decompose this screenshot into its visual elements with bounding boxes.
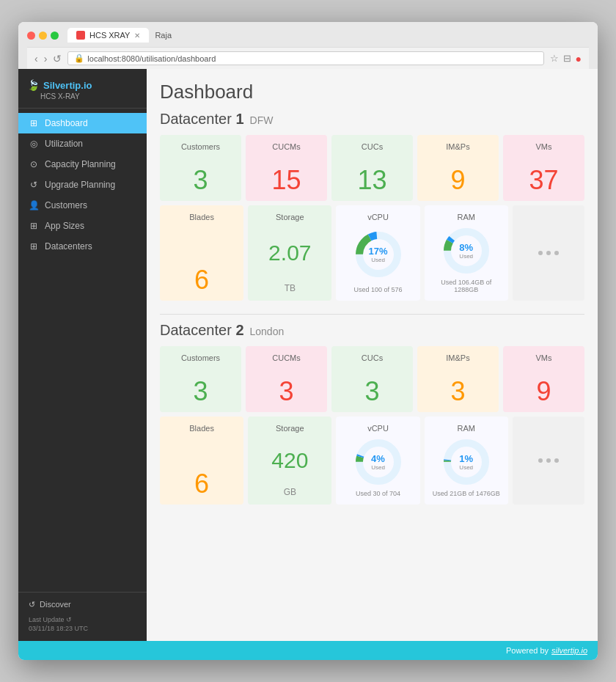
dc1-storage-unit: TB — [285, 283, 296, 293]
dc1-blades-card: Blades 6 — [160, 205, 243, 301]
dc1-ram-donut-text: 8% Used — [459, 242, 473, 260]
nav-icons: ☆ ⊟ ● — [550, 53, 582, 65]
close-button[interactable] — [27, 32, 35, 40]
dc1-imps-label: IM&Ps — [446, 142, 469, 151]
browser-tab[interactable]: HCS XRAY ✕ — [67, 28, 149, 43]
dc2-blades-card: Blades 6 — [160, 417, 243, 505]
dc1-vms-value: 37 — [529, 167, 558, 194]
menu-icon[interactable]: ⊟ — [563, 53, 571, 65]
dc2-ram-card: RAM 1% Used Used 21 — [425, 417, 508, 505]
app-layout: 🍃 Silvertip.io HCS X-RAY ⊞ Dashboard ◎ U… — [18, 69, 598, 641]
dc2-ram-used: Used — [459, 464, 473, 471]
sidebar-item-datacenters[interactable]: ⊞ Datacenters — [18, 236, 147, 257]
sidebar-item-appsizes[interactable]: ⊞ App Sizes — [18, 216, 147, 236]
dc2-ram-donut: 1% Used — [443, 439, 490, 485]
sidebar-item-upgrade[interactable]: ↺ Upgrade Planning — [18, 175, 147, 195]
logo-icon: 🍃 — [27, 79, 40, 91]
address-bar[interactable]: 🔒 localhost:8080/utilisation/dashboard — [67, 51, 543, 65]
dc2-cucs-card: CUCs 3 — [331, 346, 413, 412]
dc2-number: 2 — [235, 322, 243, 338]
sidebar-item-customers[interactable]: 👤 Customers — [18, 195, 147, 216]
discover-button[interactable]: ↺ Discover — [29, 600, 136, 609]
last-update: Last Update ↺ 03/11/18 18:23 UTC — [29, 615, 136, 634]
dc1-title: Datacenter 1 — [160, 111, 244, 128]
datacenter-1-section: Datacenter 1 DFW Customers 3 CUCMs 15 — [160, 111, 584, 301]
dc2-blades-label: Blades — [189, 424, 214, 433]
address-text: localhost:8080/utilisation/dashboard — [87, 54, 216, 63]
tab-favicon — [76, 31, 85, 40]
dc2-vms-label: VMs — [536, 353, 552, 362]
back-button[interactable]: ‹ — [34, 53, 38, 65]
dc2-row2: Blades 6 Storage 420 GB vCPU — [160, 417, 584, 505]
sidebar-item-utilization[interactable]: ◎ Utilization — [18, 133, 147, 154]
sidebar-label-capacity: Capacity Planning — [45, 159, 116, 169]
dc2-ram-label: RAM — [457, 424, 474, 433]
dc1-vcpu-pct: 17% — [368, 246, 387, 257]
dc1-cucs-card: CUCs 13 — [331, 135, 413, 201]
sidebar-item-dashboard[interactable]: ⊞ Dashboard — [18, 113, 147, 133]
sidebar-label-appsizes: App Sizes — [45, 221, 84, 231]
dc2-row1: Customers 3 CUCMs 3 CUCs 3 IM&Ps 3 — [160, 346, 584, 412]
dc2-ram-detail: Used 21GB of 1476GB — [433, 490, 500, 497]
dc1-vcpu-donut-text: 17% Used — [368, 246, 387, 263]
dc1-row2: Blades 6 Storage 2.07 TB vCPU — [160, 205, 584, 301]
sidebar: 🍃 Silvertip.io HCS X-RAY ⊞ Dashboard ◎ U… — [18, 69, 147, 641]
dc1-number: 1 — [235, 111, 243, 127]
dc1-cucms-value: 15 — [271, 167, 301, 194]
footer-link[interactable]: silvertip.io — [551, 646, 587, 655]
dc1-customers-value: 3 — [193, 167, 208, 194]
discover-label: Discover — [40, 600, 71, 609]
circle-icon[interactable]: ● — [576, 53, 582, 65]
sidebar-item-capacity[interactable]: ⊙ Capacity Planning — [18, 154, 147, 175]
dc2-storage-unit: GB — [284, 487, 296, 497]
dc1-vcpu-detail: Used 100 of 576 — [353, 286, 402, 293]
customers-icon: 👤 — [29, 200, 39, 210]
dc1-ram-label: RAM — [457, 213, 474, 221]
user-label: Raja — [155, 31, 172, 40]
browser-top: HCS XRAY ✕ Raja — [27, 28, 589, 43]
dc2-vcpu-detail: Used 30 of 704 — [356, 490, 400, 497]
dot-5 — [546, 458, 551, 463]
logo-name: Silvertip.io — [43, 80, 92, 91]
tab-bar: HCS XRAY ✕ — [67, 28, 149, 43]
dc1-blades-label: Blades — [189, 213, 214, 221]
dc1-label: Datacenter — [160, 111, 235, 127]
tab-close-button[interactable]: ✕ — [134, 32, 140, 40]
maximize-button[interactable] — [51, 32, 59, 40]
dc1-ram-used: Used — [459, 253, 473, 260]
dc1-cucms-card: CUCMs 15 — [246, 135, 327, 201]
dc1-ram-card: RAM 8% Used Used 10 — [425, 205, 508, 301]
dc2-cucs-label: CUCs — [362, 353, 383, 362]
datacenters-icon: ⊞ — [29, 241, 39, 252]
dc1-vcpu-donut: 17% Used — [355, 231, 402, 278]
dc2-header: Datacenter 2 London — [160, 322, 584, 339]
dot-2 — [546, 251, 551, 255]
dc2-storage-label: Storage — [276, 424, 304, 433]
dc1-vcpu-card: vCPU 17% Used Used — [336, 205, 419, 301]
minimize-button[interactable] — [39, 32, 47, 40]
dc2-vcpu-pct: 4% — [371, 453, 385, 464]
dc2-blades-value: 6 — [194, 471, 209, 497]
dc2-cucms-card: CUCMs 3 — [246, 346, 327, 412]
refresh-button[interactable]: ↺ — [53, 53, 62, 65]
lock-icon: 🔒 — [74, 54, 84, 63]
sidebar-nav: ⊞ Dashboard ◎ Utilization ⊙ Capacity Pla… — [18, 109, 147, 592]
dc2-vms-value: 9 — [536, 378, 551, 405]
sidebar-logo: 🍃 Silvertip.io HCS X-RAY — [18, 69, 147, 109]
bookmark-icon[interactable]: ☆ — [550, 53, 559, 65]
dc1-vcpu-label: vCPU — [367, 213, 389, 221]
dc1-storage-value: 2.07 — [268, 242, 311, 264]
dc2-vcpu-donut-text: 4% Used — [371, 453, 385, 471]
page-title: Dashboard — [160, 81, 584, 103]
tab-label: HCS XRAY — [89, 31, 130, 40]
forward-button[interactable]: › — [44, 53, 48, 65]
main-content: Dashboard Datacenter 1 DFW Customers 3 — [147, 69, 598, 641]
dc1-storage-label: Storage — [276, 213, 304, 221]
sidebar-label-datacenters: Datacenters — [45, 241, 92, 252]
sidebar-bottom: ↺ Discover Last Update ↺ 03/11/18 18:23 … — [18, 592, 147, 641]
dc2-vcpu-label: vCPU — [367, 424, 389, 433]
dc2-dots — [538, 458, 559, 463]
dc2-title: Datacenter 2 — [160, 322, 244, 339]
browser-chrome: HCS XRAY ✕ Raja ‹ › ↺ 🔒 localhost:8080/u… — [18, 22, 598, 69]
capacity-icon: ⊙ — [29, 159, 39, 169]
